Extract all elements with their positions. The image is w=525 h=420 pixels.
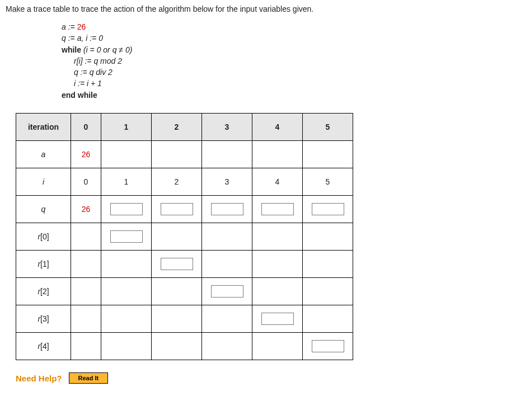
header-0: 0 [71, 114, 101, 141]
table-cell [71, 251, 101, 278]
answer-input[interactable] [261, 313, 294, 325]
cell-value: 4 [275, 177, 280, 186]
table-cell [101, 196, 152, 223]
algo-line-3: while (i = 0 or q ≠ 0) [62, 44, 519, 55]
algo-while-cond: (i = 0 or q ≠ 0) [81, 45, 132, 54]
table-cell [152, 251, 202, 278]
table-row: i012345 [16, 168, 353, 196]
table-cell [152, 333, 202, 360]
answer-input[interactable] [312, 340, 344, 352]
table-cell [101, 251, 152, 278]
algo-line-2: q := a, i := 0 [62, 32, 519, 44]
answer-input[interactable] [161, 203, 193, 215]
table-row: r[3] [16, 305, 353, 333]
table-cell [101, 141, 152, 168]
table-cell: 4 [252, 168, 303, 196]
need-help-label: Need Help? [16, 374, 62, 383]
table-cell [152, 141, 202, 168]
table-cell [303, 196, 353, 223]
table-cell [303, 141, 353, 168]
table-cell [71, 223, 101, 251]
table-cell: 3 [202, 168, 252, 196]
instruction-text: Make a trace table to trace the action o… [6, 4, 519, 13]
table-cell [202, 141, 252, 168]
row-label: r[4] [16, 333, 71, 360]
table-cell: 5 [303, 168, 353, 196]
row-label: r[1] [16, 251, 71, 278]
answer-input[interactable] [261, 203, 294, 215]
table-cell [202, 333, 252, 360]
table-cell: 2 [152, 168, 202, 196]
answer-input[interactable] [211, 203, 243, 215]
read-it-button[interactable]: Read It [69, 372, 109, 384]
table-row: r[4] [16, 333, 353, 360]
table-cell [303, 223, 353, 251]
answer-input[interactable] [312, 203, 344, 215]
table-cell [101, 223, 152, 251]
algo-a-assign: a := [62, 22, 77, 31]
table-cell [71, 333, 101, 360]
cell-value: 2 [175, 177, 179, 186]
algo-line-6: i := i + 1 [74, 78, 519, 89]
header-2: 2 [152, 114, 202, 141]
algo-line-7: end while [62, 89, 519, 101]
header-1: 1 [101, 114, 152, 141]
header-5: 5 [303, 114, 353, 141]
table-cell [202, 196, 252, 223]
answer-input[interactable] [110, 203, 143, 215]
algo-while-kw: while [62, 45, 81, 54]
table-cell [71, 305, 101, 333]
table-cell: 26 [71, 196, 101, 223]
row-label: i [16, 168, 71, 196]
table-cell [252, 333, 303, 360]
row-label: q [16, 196, 71, 223]
table-cell [252, 251, 303, 278]
table-cell [152, 278, 202, 305]
table-cell [101, 333, 152, 360]
table-cell [252, 223, 303, 251]
header-4: 4 [252, 114, 303, 141]
table-cell [202, 223, 252, 251]
table-cell [303, 305, 353, 333]
answer-input[interactable] [110, 230, 143, 243]
trace-table: iteration 0 1 2 3 4 5 a26i012345q26r[0]r… [16, 113, 353, 360]
table-cell [252, 305, 303, 333]
row-label: r[2] [16, 278, 71, 305]
algo-a-value: 26 [77, 22, 86, 31]
table-cell [152, 196, 202, 223]
table-cell [152, 223, 202, 251]
table-cell [202, 251, 252, 278]
table-cell [303, 251, 353, 278]
row-label: r[3] [16, 305, 71, 333]
table-cell: 0 [71, 168, 101, 196]
table-cell [252, 196, 303, 223]
table-cell [252, 278, 303, 305]
row-label: a [16, 141, 71, 168]
table-cell [101, 278, 152, 305]
answer-input[interactable] [211, 285, 243, 298]
table-row: q26 [16, 196, 353, 223]
table-row: r[0] [16, 223, 353, 251]
table-cell [152, 305, 202, 333]
answer-input[interactable] [161, 258, 193, 270]
help-row: Need Help? Read It [16, 372, 519, 384]
algo-line-1: a := 26 [62, 21, 519, 32]
table-cell: 1 [101, 168, 152, 196]
table-cell [202, 278, 252, 305]
algo-line-4: r[i] := q mod 2 [74, 55, 519, 67]
cell-value: 26 [82, 150, 91, 159]
table-header-row: iteration 0 1 2 3 4 5 [16, 114, 353, 141]
cell-value: 1 [124, 177, 129, 186]
table-cell: 26 [71, 141, 101, 168]
table-cell [101, 305, 152, 333]
cell-value: 5 [326, 177, 330, 186]
table-cell [303, 333, 353, 360]
cell-value: 0 [84, 177, 88, 186]
table-cell [303, 278, 353, 305]
row-label: r[0] [16, 223, 71, 251]
table-row: a26 [16, 141, 353, 168]
table-cell [71, 278, 101, 305]
algo-line-5: q := q div 2 [74, 67, 519, 78]
table-cell [202, 305, 252, 333]
header-iteration: iteration [16, 114, 71, 141]
